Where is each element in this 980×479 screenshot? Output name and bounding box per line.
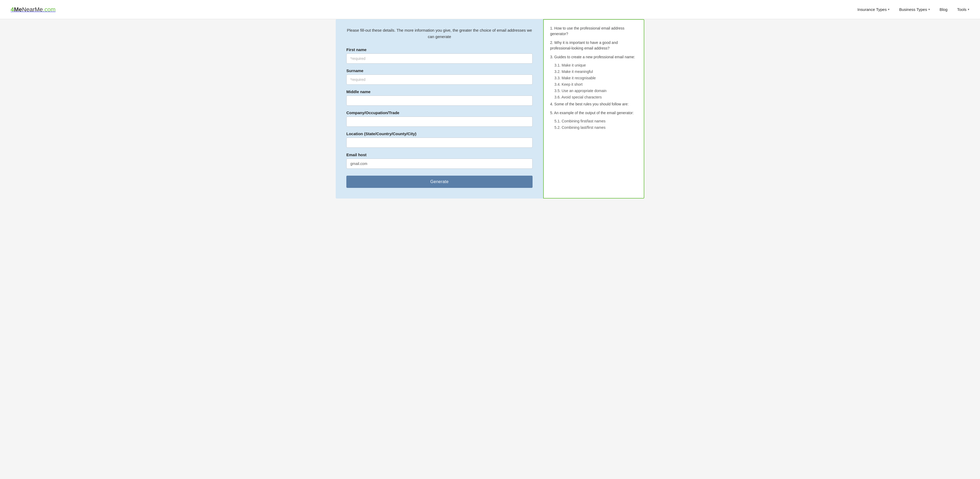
first-name-input[interactable] xyxy=(346,54,533,64)
chevron-down-icon: ▾ xyxy=(968,8,969,11)
sidebar-subitem-5-2[interactable]: 5.2. Combining last/first names xyxy=(554,125,637,130)
logo[interactable]: 4MeNearMe.com xyxy=(11,6,56,13)
form-section: Please fill-out these details. The more … xyxy=(336,19,543,199)
header: 4MeNearMe.com Insurance Types▾Business T… xyxy=(0,0,980,19)
form-group-surname: Surname xyxy=(346,68,533,84)
sidebar-subitem-3-6[interactable]: 3.6. Avoid special characters xyxy=(554,95,637,99)
sidebar-item-5[interactable]: 5. An example of the output of the email… xyxy=(550,110,637,116)
logo-me: Me xyxy=(14,6,22,13)
sidebar-item-1[interactable]: 1. How to use the professional email add… xyxy=(550,25,637,37)
form-group-email-host: Email host xyxy=(346,153,533,169)
sidebar-item-3[interactable]: 3. Guides to create a new professional e… xyxy=(550,54,637,60)
form-group-location: Location (State/Country/County/City) xyxy=(346,132,533,148)
company-input[interactable] xyxy=(346,116,533,127)
nav-item-business-types[interactable]: Business Types▾ xyxy=(899,7,930,12)
nav-item-tools[interactable]: Tools▾ xyxy=(957,7,969,12)
sidebar-item-2[interactable]: 2. Why it is important to have a good an… xyxy=(550,40,637,51)
logo-four: 4 xyxy=(11,6,14,13)
form-group-middle-name: Middle name xyxy=(346,89,533,106)
email-host-input[interactable] xyxy=(346,159,533,169)
middle-name-label: Middle name xyxy=(346,89,533,94)
sidebar: 1. How to use the professional email add… xyxy=(543,19,644,199)
form-group-first-name: First name xyxy=(346,48,533,64)
logo-nearme: NearMe xyxy=(22,6,43,13)
first-name-label: First name xyxy=(346,48,533,52)
form-intro: Please fill-out these details. The more … xyxy=(346,27,533,40)
main-nav: Insurance Types▾Business Types▾BlogTools… xyxy=(858,7,969,12)
surname-input[interactable] xyxy=(346,75,533,84)
location-input[interactable] xyxy=(346,138,533,148)
chevron-down-icon: ▾ xyxy=(888,8,889,11)
sidebar-subitem-3-1[interactable]: 3.1. Make it unique xyxy=(554,63,637,67)
surname-label: Surname xyxy=(346,68,533,73)
location-label: Location (State/Country/County/City) xyxy=(346,132,533,136)
form-group-company: Company/Occupation/Trade xyxy=(346,110,533,127)
email-host-label: Email host xyxy=(346,153,533,157)
chevron-down-icon: ▾ xyxy=(928,8,930,11)
middle-name-input[interactable] xyxy=(346,95,533,106)
sidebar-subitem-3-5[interactable]: 3.5. Use an appropriate domain xyxy=(554,89,637,93)
sidebar-item-4[interactable]: 4. Some of the best rules you should fol… xyxy=(550,101,637,107)
sidebar-subitem-3-2[interactable]: 3.2. Make it meaningful xyxy=(554,70,637,74)
nav-item-insurance-types[interactable]: Insurance Types▾ xyxy=(858,7,889,12)
company-label: Company/Occupation/Trade xyxy=(346,110,533,115)
logo-com: .com xyxy=(43,6,56,13)
generate-button[interactable]: Generate xyxy=(346,176,533,188)
sidebar-subitem-5-1[interactable]: 5.1. Combining first/last names xyxy=(554,119,637,123)
sidebar-subitem-3-4[interactable]: 3.4. Keep it short xyxy=(554,82,637,86)
nav-item-blog[interactable]: Blog xyxy=(940,7,948,12)
sidebar-subitem-3-3[interactable]: 3.3. Make it recognisable xyxy=(554,76,637,80)
